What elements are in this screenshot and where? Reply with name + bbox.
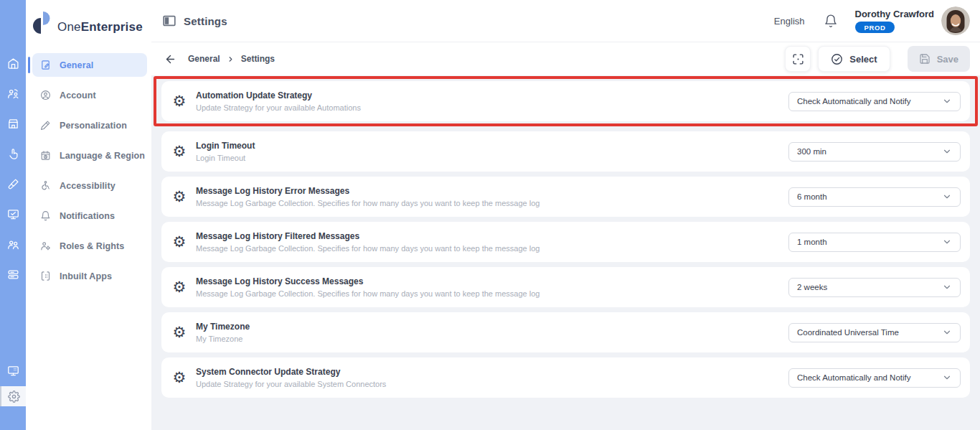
sidebar-item-general[interactable]: General <box>32 53 147 77</box>
setting-title: My Timezone <box>196 322 250 332</box>
page-title: Settings <box>184 15 227 27</box>
focus-expand-icon <box>792 53 804 65</box>
chevron-down-icon <box>942 146 952 156</box>
sidebar-item-label: Roles & Rights <box>60 241 124 251</box>
save-button-label: Save <box>937 54 958 65</box>
setting-gear-icon: ⚙︎ <box>171 190 188 205</box>
sidebar-item-label: Personalization <box>60 121 127 131</box>
brand-logo: OneEnterprise <box>26 0 151 37</box>
dropdown-value: Coordinated Universal Time <box>797 328 899 337</box>
remote-desktop-icon[interactable] <box>7 365 19 377</box>
setting-dropdown-login-timeout[interactable]: 300 min <box>788 142 961 162</box>
breadcrumb-item-general[interactable]: General <box>188 54 220 64</box>
focus-mode-button[interactable] <box>785 46 811 72</box>
user-name: Dorothy Crawford <box>855 9 935 19</box>
setting-description: Message Log Garbage Collection. Specifie… <box>196 199 540 207</box>
setting-description: Update Strategy for your available Autom… <box>196 103 361 112</box>
setting-title: Message Log History Success Messages <box>196 276 540 286</box>
dropdown-value: 300 min <box>797 147 826 156</box>
breadcrumb-item-settings[interactable]: Settings <box>241 54 275 64</box>
general-icon <box>40 60 51 70</box>
brand-name: OneEnterprise <box>57 20 143 34</box>
sidebar-item-language-region[interactable]: Language & Region <box>32 144 147 167</box>
monitor-analytics-icon[interactable] <box>7 208 19 220</box>
brand-logo-icon <box>32 9 56 37</box>
chevron-down-icon <box>942 282 952 292</box>
user-menu[interactable]: Dorothy Crawford PROD <box>855 9 935 33</box>
settings-sidebar: OneEnterprise General Account Personaliz… <box>26 0 151 430</box>
language-selector[interactable]: English <box>774 16 805 27</box>
sidebar-item-account[interactable]: Account <box>32 83 147 107</box>
chevron-down-icon <box>942 373 952 383</box>
breadcrumb: General Settings <box>188 54 275 64</box>
setting-row-login-timeout: ⚙︎ Login Timeout Login Timeout 300 min <box>161 131 970 172</box>
account-icon <box>40 90 51 101</box>
setting-dropdown-automation-update-strategy[interactable]: Check Automatically and Notify <box>788 92 961 111</box>
setting-title: Message Log History Filtered Messages <box>196 231 540 241</box>
setting-dropdown-msglog-filtered[interactable]: 1 month <box>788 233 961 252</box>
home-icon[interactable] <box>7 57 19 70</box>
save-disk-icon <box>919 53 930 65</box>
setting-description: Message Log Garbage Collection. Specifie… <box>196 244 540 253</box>
setting-gear-icon: ⚙︎ <box>171 280 188 295</box>
sidebar-item-label: Account <box>60 90 96 101</box>
settings-gear-icon <box>8 391 20 403</box>
setting-row-msglog-success: ⚙︎ Message Log History Success Messages … <box>161 267 970 307</box>
check-circle-icon <box>831 53 843 65</box>
dropdown-value: 1 month <box>797 238 827 246</box>
users-sync-icon[interactable] <box>7 88 19 100</box>
rail-settings-active-item[interactable] <box>0 386 26 406</box>
design-brush-icon[interactable] <box>7 178 19 190</box>
notifications-icon <box>40 210 51 221</box>
settings-list: ⚙︎ Automation Update Strategy Update Str… <box>151 75 980 430</box>
sidebar-item-roles-rights[interactable]: Roles & Rights <box>32 234 147 258</box>
sidebar-item-label: Inbuilt Apps <box>60 271 112 281</box>
dropdown-value: 2 weeks <box>797 283 827 291</box>
setting-gear-icon: ⚙︎ <box>171 370 188 385</box>
sidebar-item-notifications[interactable]: Notifications <box>32 204 147 228</box>
inbuilt-apps-icon <box>40 271 51 281</box>
chevron-down-icon <box>942 327 952 337</box>
setting-description: Message Log Garbage Collection. Specifie… <box>196 289 540 298</box>
accessibility-icon <box>40 180 51 191</box>
personalization-icon <box>40 120 51 131</box>
save-button[interactable]: Save <box>908 46 970 72</box>
select-button[interactable]: Select <box>818 46 890 72</box>
back-arrow-icon[interactable] <box>164 53 176 65</box>
user-groups-icon[interactable] <box>7 238 19 251</box>
interaction-icon[interactable] <box>7 148 19 160</box>
setting-gear-icon: ⚙︎ <box>171 94 188 109</box>
sidebar-item-inbuilt-apps[interactable]: Inbuilt Apps <box>32 264 147 288</box>
environment-badge: PROD <box>855 22 895 33</box>
chevron-down-icon <box>942 192 952 202</box>
setting-gear-icon: ⚙︎ <box>171 144 188 159</box>
sidebar-item-label: Notifications <box>60 211 115 221</box>
setting-row-automation-update-strategy: ⚙︎ Automation Update Strategy Update Str… <box>161 81 970 121</box>
setting-row-system-connector-update-strategy: ⚙︎ System Connector Update Strategy Upda… <box>161 357 970 398</box>
sidebar-item-personalization[interactable]: Personalization <box>32 113 147 137</box>
setting-dropdown-msglog-error[interactable]: 6 month <box>788 187 961 207</box>
setting-dropdown-system-connector-update-strategy[interactable]: Check Automatically and Notify <box>788 368 961 388</box>
chevron-down-icon <box>942 96 952 106</box>
marketplace-icon[interactable] <box>7 118 19 130</box>
app-header: Settings English Dorothy Crawford PROD <box>151 0 980 42</box>
dropdown-value: Check Automatically and Notify <box>797 373 911 382</box>
setting-description: Login Timeout <box>196 154 255 162</box>
setting-gear-icon: ⚙︎ <box>171 325 188 340</box>
setting-description: My Timezone <box>196 335 250 343</box>
sidebar-item-label: Accessibility <box>60 181 116 191</box>
roles-rights-icon <box>40 240 51 251</box>
user-avatar[interactable] <box>941 6 970 35</box>
sidebar-item-accessibility[interactable]: Accessibility <box>32 174 147 197</box>
setting-description: Update Strategy for your available Syste… <box>196 380 386 388</box>
toolbar: General Settings Select Save <box>151 42 980 75</box>
setting-dropdown-msglog-success[interactable]: 2 weeks <box>788 278 961 297</box>
setting-title: System Connector Update Strategy <box>196 367 386 377</box>
icon-rail <box>0 0 26 430</box>
setting-row-msglog-filtered: ⚙︎ Message Log History Filtered Messages… <box>161 222 970 262</box>
setting-dropdown-my-timezone[interactable]: Coordinated Universal Time <box>788 323 961 342</box>
page-title-icon <box>163 14 176 27</box>
select-button-label: Select <box>849 54 877 65</box>
notifications-bell-icon[interactable] <box>824 14 838 28</box>
storage-icon[interactable] <box>7 268 19 281</box>
